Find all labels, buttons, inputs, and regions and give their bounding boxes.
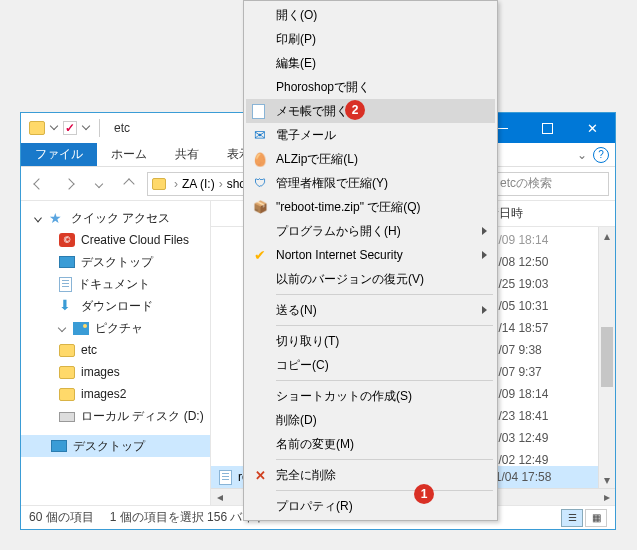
mail-icon: [252, 127, 268, 143]
menu-mail[interactable]: 電子メール: [246, 123, 495, 147]
context-menu: 開く(O) 印刷(P) 編集(E) Phoroshopで開く メモ帳で開く 電子…: [243, 0, 498, 521]
zip-icon: [252, 199, 268, 215]
sidebar-item[interactable]: images2: [21, 383, 210, 405]
ribbon-collapse[interactable]: [577, 148, 587, 162]
alzip-icon: [252, 151, 268, 167]
menu-copy[interactable]: コピー(C): [246, 353, 495, 377]
menu-send-to[interactable]: 送る(N): [246, 298, 495, 322]
delete-x-icon: [252, 467, 268, 483]
menu-alzip[interactable]: ALZipで圧縮(L): [246, 147, 495, 171]
menu-cut[interactable]: 切り取り(T): [246, 329, 495, 353]
menu-delete[interactable]: 削除(D): [246, 408, 495, 432]
menu-separator: [276, 490, 493, 491]
annotation-badge-1: 1: [414, 484, 434, 504]
sidebar-item[interactable]: ローカル ディスク (D:): [21, 405, 210, 427]
sidebar-item[interactable]: etc: [21, 339, 210, 361]
tab-home[interactable]: ホーム: [97, 143, 161, 166]
check-icon[interactable]: ✓: [63, 121, 77, 135]
menu-prev-versions[interactable]: 以前のバージョンの復元(V): [246, 267, 495, 291]
menu-norton[interactable]: Norton Internet Security: [246, 243, 495, 267]
sidebar-item[interactable]: images: [21, 361, 210, 383]
menu-print[interactable]: 印刷(P): [246, 27, 495, 51]
menu-zip-to[interactable]: "reboot-time.zip" で圧縮(Q): [246, 195, 495, 219]
close-button[interactable]: [570, 113, 615, 143]
window-title: etc: [110, 121, 130, 135]
submenu-arrow-icon: [482, 251, 487, 259]
menu-separator: [276, 325, 493, 326]
sidebar-item[interactable]: デスクトップ: [21, 251, 210, 273]
sidebar-item[interactable]: ⬇ダウンロード: [21, 295, 210, 317]
annotation-badge-2: 2: [345, 100, 365, 120]
menu-properties[interactable]: プロパティ(R): [246, 494, 495, 518]
sidebar-item-desktop[interactable]: デスクトップ: [21, 435, 210, 457]
norton-icon: [252, 247, 268, 263]
sidebar-item[interactable]: ドキュメント: [21, 273, 210, 295]
help-button[interactable]: [593, 147, 609, 163]
menu-admin-zip[interactable]: 管理者権限で圧縮(Y): [246, 171, 495, 195]
menu-shortcut[interactable]: ショートカットの作成(S): [246, 384, 495, 408]
status-count: 60 個の項目: [29, 509, 94, 526]
nav-up[interactable]: [117, 172, 141, 196]
tab-share[interactable]: 共有: [161, 143, 213, 166]
sidebar-item[interactable]: ピクチャ: [21, 317, 210, 339]
menu-photoshop[interactable]: Phoroshopで開く: [246, 75, 495, 99]
txt-file-icon: [219, 470, 232, 485]
menu-separator: [276, 459, 493, 460]
sidebar-quick-access[interactable]: ★クイック アクセス: [21, 207, 210, 229]
maximize-button[interactable]: [525, 113, 570, 143]
breadcrumb[interactable]: ZA (I:): [182, 177, 215, 191]
menu-notepad[interactable]: メモ帳で開く: [246, 99, 495, 123]
nav-history[interactable]: [87, 172, 111, 196]
menu-separator: [276, 380, 493, 381]
menu-rename[interactable]: 名前の変更(M): [246, 432, 495, 456]
menu-full-delete[interactable]: 完全に削除: [246, 463, 495, 487]
folder-icon: [29, 121, 45, 135]
submenu-arrow-icon: [482, 227, 487, 235]
nav-back[interactable]: [27, 172, 51, 196]
view-icons-button[interactable]: ▦: [585, 509, 607, 527]
folder-icon: [152, 178, 166, 190]
menu-open-with[interactable]: プログラムから開く(H): [246, 219, 495, 243]
vertical-scrollbar[interactable]: ▴ ▾: [598, 227, 615, 488]
notepad-icon: [252, 104, 265, 119]
scrollbar-thumb[interactable]: [601, 327, 613, 387]
view-details-button[interactable]: ☰: [561, 509, 583, 527]
menu-open[interactable]: 開く(O): [246, 3, 495, 27]
chevron-down-icon[interactable]: [82, 122, 90, 130]
search-input[interactable]: etcの検索: [479, 172, 609, 196]
submenu-arrow-icon: [482, 306, 487, 314]
menu-edit[interactable]: 編集(E): [246, 51, 495, 75]
sidebar-item[interactable]: ©Creative Cloud Files: [21, 229, 210, 251]
chevron-down-icon[interactable]: [50, 122, 58, 130]
nav-forward[interactable]: [57, 172, 81, 196]
shield-icon: [252, 175, 268, 191]
menu-separator: [276, 294, 493, 295]
tab-file[interactable]: ファイル: [21, 143, 97, 166]
nav-sidebar: ★クイック アクセス ©Creative Cloud Files デスクトップ …: [21, 201, 211, 505]
